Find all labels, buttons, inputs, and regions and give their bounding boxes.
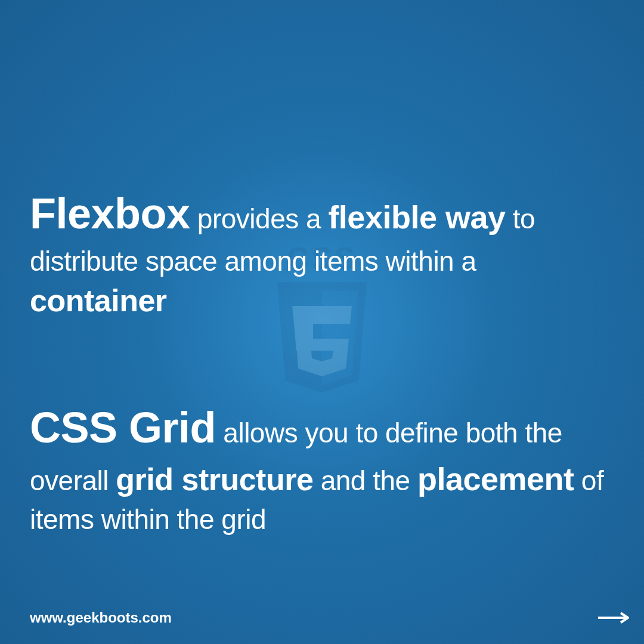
text-segment: CSS Grid — [30, 404, 216, 451]
text-segment: provides a — [190, 203, 329, 234]
flexbox-description: Flexbox provides a flexible way to distr… — [30, 185, 620, 321]
text-segment: placement — [417, 461, 574, 497]
text-segment: flexible way — [328, 199, 505, 235]
footer: www.geekboots.com — [30, 609, 629, 626]
cssgrid-description: CSS Grid allows you to define both the o… — [30, 399, 620, 537]
text-segment: grid structure — [116, 462, 313, 497]
text-segment: Flexbox — [30, 190, 190, 237]
text-segment: and the — [313, 465, 417, 496]
main-content: Flexbox provides a flexible way to distr… — [30, 185, 620, 538]
text-segment: container — [30, 283, 167, 318]
arrow-right-icon — [598, 612, 629, 624]
footer-url: www.geekboots.com — [30, 609, 172, 626]
